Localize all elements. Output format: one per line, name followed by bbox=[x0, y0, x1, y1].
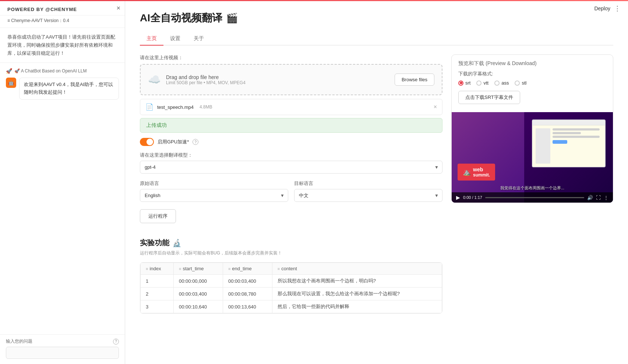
preview-panel: 预览和下载 (Preview & Download) 下载的字幕格式: srt bbox=[451, 54, 613, 203]
row1-index: 1 bbox=[141, 275, 174, 288]
col-end: ≡end_time bbox=[223, 263, 272, 275]
download-subtitle-button[interactable]: 点击下载SRT字幕文件 bbox=[458, 91, 520, 104]
row2-start: 00:00:03,400 bbox=[174, 288, 223, 300]
upload-icon: ☁️ bbox=[148, 74, 161, 86]
language-row: 原始语言 English Chinese Japanese ▼ 目标语言 bbox=[140, 180, 442, 202]
screen-btn bbox=[553, 140, 567, 144]
row1-end: 00:00:03,400 bbox=[223, 275, 272, 288]
chatbot-label: 🚀 🚀 A ChatBot Based on OpenAI LLM bbox=[6, 68, 119, 74]
sidebar-version: ≡ Chenyme-AAVT Version：0.4 bbox=[0, 15, 125, 28]
upload-label: 请在这里上传视频： bbox=[140, 54, 442, 61]
row2-content: 那么我现在可以设置，我怎么给这个画布添加一个边框呢? bbox=[272, 288, 442, 300]
video-controls: ▶ 0:00 / 1:17 🔊 ⛶ ⋮ bbox=[452, 192, 613, 203]
more-icon[interactable]: ⋮ bbox=[604, 195, 608, 200]
file-left: 📄 test_speech.mp4 4.8MB bbox=[145, 103, 212, 111]
toggle-knob bbox=[147, 139, 153, 145]
model-select-wrapper: gpt-4 gpt-3.5-turbo gpt-4-turbo ▼ bbox=[140, 161, 442, 174]
row2-index: 2 bbox=[141, 288, 174, 300]
radio-ass bbox=[494, 81, 500, 86]
row3-index: 3 bbox=[141, 300, 174, 313]
file-doc-icon: 📄 bbox=[145, 103, 154, 111]
mountain-icon: ⛰️ bbox=[463, 168, 471, 176]
file-size: 4.8MB bbox=[200, 104, 212, 110]
upload-zone[interactable]: ☁️ Drag and drop file here Limit 50GB pe… bbox=[140, 64, 442, 95]
experimental-desc: 运行程序后自动显示，实际可能会有BUG，后续版本会逐步完善并实装！ bbox=[140, 250, 442, 256]
file-remove-button[interactable]: × bbox=[434, 104, 437, 110]
table-body: 1 00:00:00,000 00:00:03,400 所以我想在这个画布周围画… bbox=[141, 275, 442, 313]
table-row: 1 00:00:00,000 00:00:03,400 所以我想在这个画布周围画… bbox=[141, 275, 442, 288]
format-ass[interactable]: ass bbox=[494, 80, 509, 86]
web-text: web bbox=[473, 167, 490, 172]
model-label: 请在这里选择翻译模型： bbox=[140, 152, 442, 158]
screen-line-1 bbox=[553, 128, 600, 131]
upload-text-group: Drag and drop file here Limit 50GB per f… bbox=[166, 74, 246, 85]
progress-bar[interactable] bbox=[485, 197, 584, 198]
browse-files-button[interactable]: Browse files bbox=[395, 74, 434, 86]
format-srt[interactable]: srt bbox=[458, 80, 470, 86]
left-column: 请在这里上传视频： ☁️ Drag and drop file here Lim… bbox=[140, 54, 442, 314]
rocket-icon: 🚀 bbox=[6, 68, 12, 74]
subtitle-table: ≡index ≡start_time ≡end_time ≡content bbox=[140, 263, 442, 313]
content-row: 请在这里上传视频： ☁️ Drag and drop file here Lim… bbox=[140, 54, 613, 314]
format-vtt[interactable]: vtt bbox=[476, 80, 488, 86]
table-row: 2 00:00:03,400 00:00:08,780 那么我现在可以设置，我怎… bbox=[141, 288, 442, 300]
video-thumbnail: ⛰️ web summit. 我觉得在这个面布周围画一个边界... ▶ 0:00… bbox=[452, 112, 613, 203]
col-index: ≡index bbox=[141, 263, 174, 275]
volume-icon[interactable]: 🔊 bbox=[587, 195, 593, 200]
target-lang-group: 目标语言 中文 English 日本語 ▼ bbox=[294, 180, 442, 202]
sidebar-intro: 恭喜你成功启动了AAVT项目！请先前往设置页面配置环境，同时确保按照步骤安装好所… bbox=[0, 28, 125, 63]
sidebar-brand: POWERED BY @CHENYME bbox=[0, 0, 125, 15]
radio-srt bbox=[458, 81, 463, 86]
topbar: Deploy ⋮ bbox=[587, 0, 628, 17]
source-lang-label: 原始语言 bbox=[140, 180, 288, 187]
experiment-icon: 🔬 bbox=[172, 239, 181, 247]
tab-settings[interactable]: 设置 bbox=[163, 32, 187, 46]
row2-end: 00:00:08,780 bbox=[223, 288, 272, 300]
gpu-help-icon[interactable]: ? bbox=[193, 139, 198, 145]
model-select[interactable]: gpt-4 gpt-3.5-turbo gpt-4-turbo bbox=[140, 161, 442, 174]
upload-hint: Limit 50GB per file • MP4, MOV, MPEG4 bbox=[166, 80, 246, 85]
chatbot-label-text: 🚀 A ChatBot Based on OpenAI LLM bbox=[14, 68, 87, 74]
sidebar-close-button[interactable]: × bbox=[116, 4, 120, 12]
source-lang-group: 原始语言 English Chinese Japanese ▼ bbox=[140, 180, 288, 202]
tab-home[interactable]: 主页 bbox=[140, 32, 163, 46]
radio-dot-srt bbox=[460, 82, 462, 84]
laptop-screen bbox=[532, 119, 606, 167]
screen-line-3 bbox=[553, 136, 600, 138]
control-icons: 🔊 ⛶ ⋮ bbox=[587, 195, 608, 200]
gpu-toggle[interactable] bbox=[140, 138, 154, 146]
chat-bubble: 🤖 欢迎来到AAVT v0.4，我是AI助手，您可以随时向我发起提问！ bbox=[6, 78, 119, 100]
subtitle-table-wrapper[interactable]: ≡index ≡start_time ≡end_time ≡content bbox=[140, 262, 442, 314]
target-lang-select[interactable]: 中文 English 日本語 bbox=[294, 189, 442, 202]
sidebar-chat: 🚀 🚀 A ChatBot Based on OpenAI LLM 🤖 欢迎来到… bbox=[0, 63, 125, 334]
upload-left: ☁️ Drag and drop file here Limit 50GB pe… bbox=[148, 74, 246, 86]
web-summit-badge: ⛰️ web summit. bbox=[458, 164, 495, 181]
menu-icon[interactable]: ⋮ bbox=[614, 4, 621, 13]
run-button[interactable]: 运行程序 bbox=[140, 209, 176, 223]
drag-drop-text: Drag and drop file here bbox=[166, 74, 246, 80]
help-icon[interactable]: ? bbox=[113, 339, 119, 345]
fullscreen-icon[interactable]: ⛶ bbox=[596, 195, 601, 200]
table-row: 3 00:00:10,640 00:00:13,640 然后，它给我一些新的代码… bbox=[141, 300, 442, 313]
chat-avatar: 🤖 bbox=[6, 78, 16, 88]
experimental-title: 实验功能 🔬 bbox=[140, 238, 442, 248]
deploy-button[interactable]: Deploy bbox=[594, 6, 610, 11]
table-head: ≡index ≡start_time ≡end_time ≡content bbox=[141, 263, 442, 275]
source-lang-select[interactable]: English Chinese Japanese bbox=[140, 189, 288, 202]
tab-about[interactable]: 关于 bbox=[187, 32, 211, 46]
format-stl[interactable]: stl bbox=[515, 80, 526, 86]
laptop-screen-inner bbox=[533, 120, 605, 167]
col-content: ≡content bbox=[272, 263, 442, 275]
question-input[interactable] bbox=[6, 347, 119, 359]
preview-title: 预览和下载 (Preview & Download) bbox=[458, 60, 606, 67]
play-button[interactable]: ▶ bbox=[456, 195, 460, 200]
video-overlay: ⛰️ web summit. 我觉得在这个面布周围画一个边界... ▶ 0:00… bbox=[452, 112, 613, 203]
summit-text: summit. bbox=[473, 172, 490, 178]
screen-line-2 bbox=[553, 132, 581, 134]
row1-content: 所以我想在这个画布周围画一个边框，明白吗? bbox=[272, 275, 442, 288]
file-item: 📄 test_speech.mp4 4.8MB × bbox=[140, 99, 442, 115]
file-name: test_speech.mp4 bbox=[157, 104, 194, 110]
film-icon: 🎬 bbox=[226, 13, 238, 24]
row3-start: 00:00:10,640 bbox=[174, 300, 223, 313]
time-display: 0:00 / 1:17 bbox=[463, 195, 482, 200]
